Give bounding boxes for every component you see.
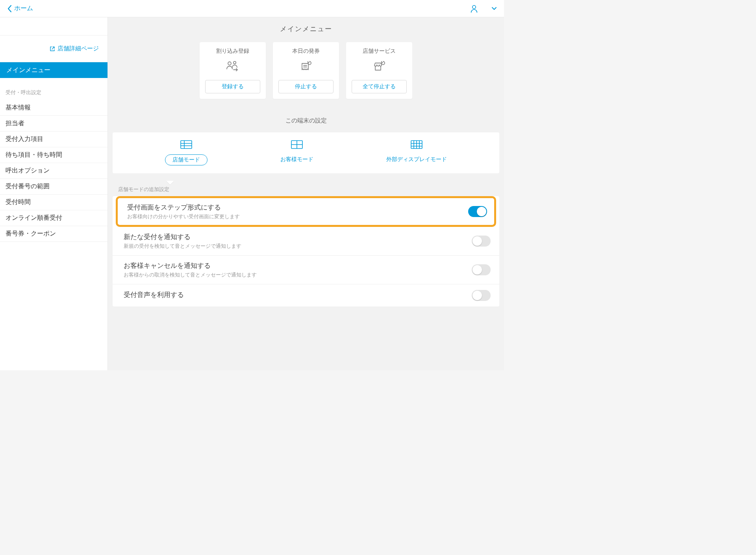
mode-panel: 店舗モード お客様モード 外部ディスプレイモード <box>113 132 499 173</box>
card-interrupt-register: 割り込み登録 登録する <box>200 42 266 99</box>
store-detail-link[interactable]: 店舗詳細ページ <box>0 35 107 62</box>
tab-label: 店舗モード <box>165 154 208 165</box>
toggle-knob <box>472 265 482 275</box>
page-title: メインメニュー <box>108 17 504 42</box>
sidebar-item-hours[interactable]: 受付時間 <box>0 195 107 210</box>
card-title: 本日の発券 <box>292 48 320 55</box>
toggle-new-reception[interactable] <box>472 236 491 247</box>
customer-mode-icon <box>291 139 303 150</box>
nav-main-menu[interactable]: メインメニュー <box>0 62 107 78</box>
back-button[interactable]: ホーム <box>7 4 33 13</box>
button-label: 登録する <box>222 83 244 90</box>
button-label: 全て停止する <box>363 83 396 90</box>
setting-voice: 受付音声を利用する <box>113 284 499 306</box>
settings-list: 受付画面をステップ形式にする お客様向けの分かりやすい受付画面に変更します 新た… <box>113 196 499 306</box>
tab-store-mode[interactable]: 店舗モード <box>165 139 208 165</box>
sidebar-item-staff[interactable]: 担当者 <box>0 116 107 132</box>
tab-label: お客様モード <box>280 154 313 165</box>
card-today-ticket: 本日の発券 停止する <box>273 42 339 99</box>
sidebar-item-label: 待ち項目・待ち時間 <box>6 151 62 159</box>
main-content: メインメニュー 割り込み登録 登録する 本日の発券 停止する 店舗サービス <box>108 17 504 370</box>
sidebar-item-label: 基本情報 <box>6 104 31 112</box>
tab-label: 外部ディスプレイモード <box>386 154 447 165</box>
setting-title: お客様キャンセルを通知する <box>124 261 472 270</box>
svg-point-2 <box>233 61 236 64</box>
tab-external-display-mode[interactable]: 外部ディスプレイモード <box>386 139 447 165</box>
card-store-service: 店舗サービス 全て停止する <box>346 42 412 99</box>
setting-step-form: 受付画面をステップ形式にする お客様向けの分かりやすい受付画面に変更します <box>118 198 494 225</box>
sidebar-item-label: 受付番号の範囲 <box>6 182 50 191</box>
sidebar-item-label: 呼出オプション <box>6 167 50 175</box>
store-detail-label: 店舗詳細ページ <box>57 45 99 52</box>
sidebar: 店舗詳細ページ メインメニュー 受付・呼出設定 基本情報 担当者 受付入力項目 … <box>0 17 108 370</box>
setting-cancel-notify: お客様キャンセルを通知する お客様からの取消を検知して音とメッセージで通知します <box>113 256 499 284</box>
sidebar-item-online[interactable]: オンライン順番受付 <box>0 210 107 226</box>
mode-tabs: 店舗モード お客様モード 外部ディスプレイモード <box>113 139 499 173</box>
sidebar-item-call[interactable]: 呼出オプション <box>0 163 107 179</box>
toggle-voice[interactable] <box>472 290 491 301</box>
chevron-down-icon <box>491 7 497 11</box>
highlighted-setting: 受付画面をステップ形式にする お客様向けの分かりやすい受付画面に変更します <box>116 196 496 227</box>
user-menu[interactable] <box>470 4 497 13</box>
sidebar-item-label: オンライン順番受付 <box>6 214 62 222</box>
stop-button[interactable]: 停止する <box>278 80 334 93</box>
toggle-knob <box>472 291 482 300</box>
toggle-knob <box>477 207 486 216</box>
sidebar-item-label: 受付入力項目 <box>6 135 43 143</box>
action-cards-row: 割り込み登録 登録する 本日の発券 停止する 店舗サービス 全て停止する <box>108 42 504 115</box>
setting-title: 受付音声を利用する <box>124 290 472 299</box>
setting-text: お客様キャンセルを通知する お客様からの取消を検知して音とメッセージで通知します <box>124 261 472 278</box>
setting-new-reception-notify: 新たな受付を通知する 新規の受付を検知して音とメッセージで通知します <box>113 227 499 256</box>
ticket-refresh-icon <box>298 59 314 74</box>
sidebar-item-range[interactable]: 受付番号の範囲 <box>0 179 107 195</box>
stop-all-button[interactable]: 全て停止する <box>352 80 407 93</box>
register-button[interactable]: 登録する <box>205 80 260 93</box>
button-label: 停止する <box>295 83 317 90</box>
setting-text: 新たな受付を通知する 新規の受付を検知して音とメッセージで通知します <box>124 232 472 250</box>
external-display-icon <box>411 139 422 150</box>
store-refresh-icon <box>371 59 387 74</box>
toggle-step-form[interactable] <box>468 206 487 217</box>
device-settings-title: この端末の設定 <box>108 115 504 132</box>
store-mode-icon <box>180 139 192 150</box>
sidebar-section-header: 受付・呼出設定 <box>0 78 107 100</box>
sidebar-item-label: 受付時間 <box>6 198 31 206</box>
setting-text: 受付画面をステップ形式にする お客様向けの分かりやすい受付画面に変更します <box>127 203 468 220</box>
setting-desc: 新規の受付を検知して音とメッセージで通知します <box>124 243 472 250</box>
sidebar-item-basic[interactable]: 基本情報 <box>0 100 107 116</box>
setting-desc: お客様向けの分かりやすい受付画面に変更します <box>127 213 468 220</box>
sidebar-item-wait[interactable]: 待ち項目・待ち時間 <box>0 147 107 163</box>
sidebar-item-label: 番号券・クーポン <box>6 230 56 238</box>
external-link-icon <box>50 46 55 52</box>
svg-rect-3 <box>181 141 192 148</box>
sidebar-item-label: 担当者 <box>6 119 24 128</box>
toggle-cancel-notify[interactable] <box>472 264 491 275</box>
people-swap-icon <box>225 59 241 74</box>
back-label: ホーム <box>14 4 33 13</box>
card-title: 店舗サービス <box>363 48 396 55</box>
tab-customer-mode[interactable]: お客様モード <box>280 139 313 165</box>
setting-title: 受付画面をステップ形式にする <box>127 203 468 212</box>
setting-title: 新たな受付を通知する <box>124 232 472 241</box>
card-title: 割り込み登録 <box>216 48 249 55</box>
svg-point-1 <box>228 62 231 65</box>
chevron-left-icon <box>7 5 12 13</box>
sidebar-spacer <box>0 17 107 35</box>
toggle-knob <box>472 236 482 246</box>
sidebar-item-input[interactable]: 受付入力項目 <box>0 132 107 147</box>
sidebar-item-ticket[interactable]: 番号券・クーポン <box>0 226 107 242</box>
svg-point-0 <box>472 5 476 8</box>
topbar: ホーム <box>0 0 504 17</box>
setting-desc: お客様からの取消を検知して音とメッセージで通知します <box>124 272 472 278</box>
nav-main-label: メインメニュー <box>6 66 50 74</box>
user-icon <box>470 4 478 13</box>
setting-text: 受付音声を利用する <box>124 290 472 301</box>
